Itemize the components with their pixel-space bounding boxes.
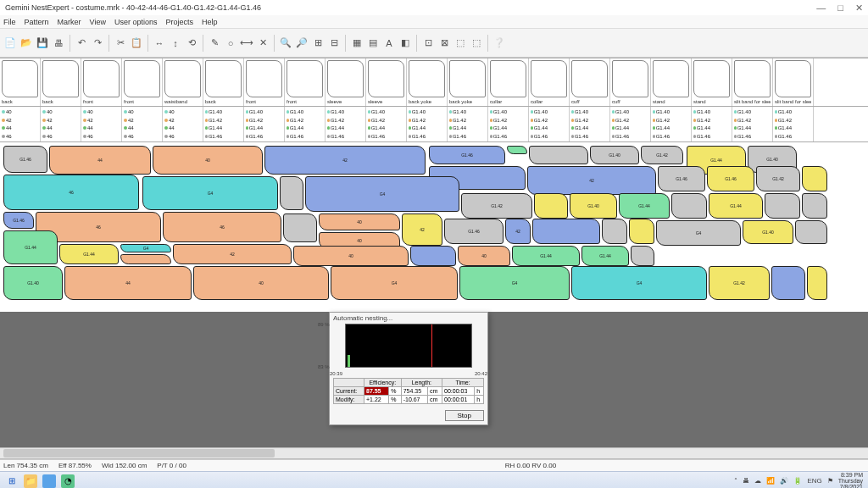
toolbar-button[interactable]: ▦ <box>350 36 364 50</box>
size-item[interactable]: G1.40 <box>693 108 710 116</box>
piece-cell[interactable]: slit band for sleeve <box>773 58 814 106</box>
marker-piece[interactable]: G1.46 <box>658 166 705 191</box>
menu-file[interactable]: File <box>3 18 16 26</box>
size-item[interactable]: G1.46 <box>693 132 710 141</box>
size-item[interactable]: G1.42 <box>571 116 588 125</box>
size-item[interactable]: 40 <box>124 108 141 116</box>
menu-help[interactable]: Help <box>202 18 218 26</box>
toolbar-button[interactable]: ↶ <box>75 36 88 50</box>
marker-piece[interactable]: 42 <box>402 214 442 246</box>
size-cell[interactable]: G1.40G1.42G1.44G1.46 <box>448 107 488 141</box>
marker-piece[interactable]: G1.44 <box>3 230 58 264</box>
marker-piece[interactable]: G4 <box>571 266 707 300</box>
size-cell[interactable]: G1.40G1.42G1.44G1.46 <box>407 107 448 141</box>
marker-piece[interactable] <box>765 193 800 219</box>
maximize-button[interactable]: □ <box>837 3 843 14</box>
piece-cell[interactable]: back <box>203 58 244 106</box>
menu-view[interactable]: View <box>90 18 106 26</box>
marker-piece[interactable] <box>280 176 303 210</box>
marker-piece[interactable] <box>534 193 568 219</box>
marker-piece[interactable]: G1.42 <box>641 146 683 164</box>
size-item[interactable]: 42 <box>2 116 19 125</box>
marker-piece[interactable]: 40 <box>458 246 510 266</box>
size-item[interactable]: G1.40 <box>246 108 263 116</box>
marker-piece[interactable] <box>532 219 600 244</box>
size-item[interactable]: G1.40 <box>327 108 344 116</box>
marker-piece[interactable]: G1.42 <box>709 266 770 300</box>
size-cell[interactable]: G1.40G1.42G1.44G1.46 <box>570 107 610 141</box>
size-item[interactable]: G1.46 <box>531 132 548 141</box>
size-item[interactable]: G1.40 <box>490 108 507 116</box>
piece-cell[interactable]: front <box>122 58 163 106</box>
toolbar-button[interactable]: 🖶 <box>52 36 65 50</box>
size-item[interactable]: G1.44 <box>775 125 792 133</box>
size-item[interactable]: 46 <box>2 132 19 141</box>
size-item[interactable]: G1.44 <box>287 125 303 133</box>
toolbar-button[interactable]: 🔎 <box>295 36 309 50</box>
piece-cell[interactable]: front <box>285 58 326 106</box>
size-item[interactable]: 46 <box>42 132 59 141</box>
size-item[interactable]: G1.46 <box>490 132 507 141</box>
toolbar-button[interactable]: ❔ <box>492 36 506 50</box>
marker-piece[interactable]: 42 <box>505 219 531 244</box>
task-app2-icon[interactable]: ◔ <box>61 474 75 488</box>
size-item[interactable]: 44 <box>124 125 141 133</box>
tray-network-icon[interactable]: 📶 <box>766 477 775 485</box>
size-item[interactable]: G1.44 <box>693 125 710 133</box>
toolbar-button[interactable]: 🔍 <box>279 36 292 50</box>
toolbar-button[interactable]: A <box>382 36 396 50</box>
toolbar-button[interactable]: ◧ <box>398 36 412 50</box>
size-item[interactable]: G1.46 <box>327 132 344 141</box>
size-cell[interactable]: 40424446 <box>81 107 122 141</box>
marker-piece[interactable] <box>802 166 827 191</box>
marker-piece[interactable]: 40 <box>193 266 329 300</box>
marker-piece[interactable]: G4 <box>305 176 459 212</box>
size-item[interactable]: G1.46 <box>775 132 792 141</box>
marker-piece[interactable]: G1.46 <box>429 146 505 164</box>
marker-piece[interactable] <box>631 246 654 266</box>
marker-piece[interactable]: G4 <box>142 176 278 210</box>
size-item[interactable]: G1.42 <box>775 116 792 125</box>
toolbar-button[interactable]: ⊠ <box>437 36 451 50</box>
marker-area[interactable]: G1.46444042G1.46G1.40G1.42G1.44G1.4042G1… <box>0 142 868 320</box>
size-item[interactable]: G1.42 <box>368 116 385 125</box>
stop-button[interactable]: Stop <box>445 410 484 421</box>
marker-piece[interactable]: G1.44 <box>59 244 119 264</box>
size-item[interactable]: 46 <box>83 132 100 141</box>
size-item[interactable]: 42 <box>164 116 181 125</box>
marker-piece[interactable]: 44 <box>64 266 192 300</box>
size-item[interactable]: G1.44 <box>653 125 670 133</box>
menu-pattern[interactable]: Pattern <box>25 18 49 26</box>
marker-piece[interactable]: 42 <box>527 166 656 195</box>
size-item[interactable]: G1.42 <box>693 116 710 125</box>
size-item[interactable]: G1.42 <box>734 116 751 125</box>
size-cell[interactable]: G1.40G1.42G1.44G1.46 <box>366 107 407 141</box>
toolbar-button[interactable]: ⊟ <box>327 36 341 50</box>
tray-language[interactable]: ENG <box>807 477 821 485</box>
size-item[interactable]: G1.44 <box>531 125 548 133</box>
horizontal-scrollbar[interactable] <box>0 447 868 459</box>
size-item[interactable]: G1.46 <box>368 132 385 141</box>
size-item[interactable]: 44 <box>164 125 181 133</box>
toolbar-button[interactable]: 📂 <box>19 36 33 50</box>
marker-piece[interactable]: 42 <box>173 244 292 264</box>
marker-piece[interactable]: 40 <box>153 146 263 175</box>
marker-piece[interactable] <box>283 214 317 242</box>
size-item[interactable]: G1.42 <box>409 116 426 125</box>
task-app-icon[interactable] <box>42 474 56 488</box>
size-item[interactable]: G1.46 <box>612 132 629 141</box>
size-cell[interactable]: G1.40G1.42G1.44G1.46 <box>244 107 285 141</box>
marker-piece[interactable]: 46 <box>163 212 281 242</box>
toolbar-button[interactable]: ✕ <box>256 36 270 50</box>
toolbar-button[interactable]: 💾 <box>36 36 49 50</box>
marker-piece[interactable]: G1.40 <box>590 146 639 164</box>
toolbar-button[interactable]: ○ <box>224 36 237 50</box>
size-cell[interactable]: G1.40G1.42G1.44G1.46 <box>488 107 529 141</box>
size-item[interactable]: 40 <box>42 108 59 116</box>
size-item[interactable]: G1.40 <box>571 108 588 116</box>
marker-piece[interactable] <box>120 254 171 264</box>
size-item[interactable]: 44 <box>42 125 59 133</box>
size-item[interactable]: G1.44 <box>327 125 344 133</box>
close-button[interactable]: ✕ <box>855 3 863 14</box>
marker-piece[interactable]: G1.44 <box>581 246 629 266</box>
